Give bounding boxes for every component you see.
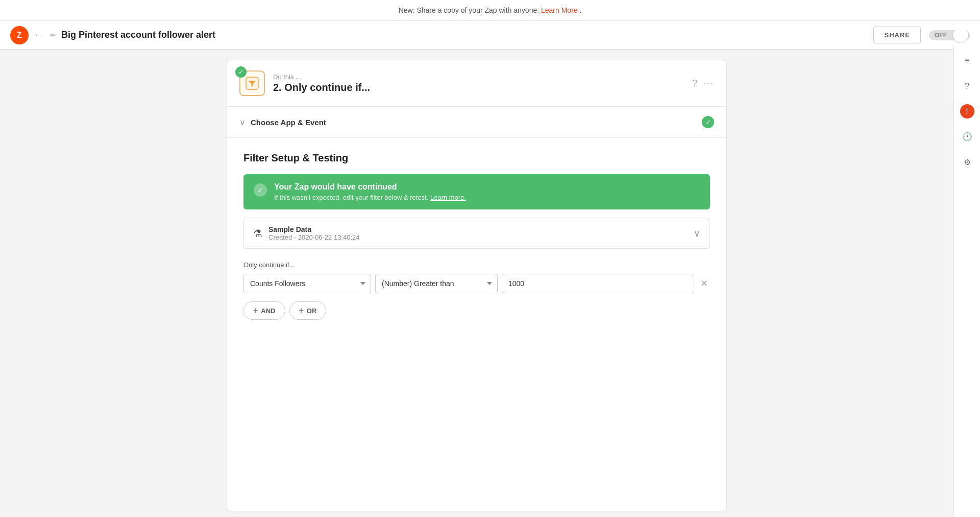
success-check-icon: ✓ — [254, 183, 267, 197]
zap-title: Big Pinterest account follower alert — [61, 30, 215, 40]
toggle-label: OFF — [935, 32, 947, 39]
flask-icon: ⚗ — [253, 227, 262, 240]
filter-icon — [245, 76, 259, 90]
share-button[interactable]: SHARE — [873, 27, 921, 43]
or-plus-icon: + — [299, 306, 304, 315]
announcement-link[interactable]: Learn More — [541, 6, 578, 14]
sidebar-menu-icon[interactable]: ≡ — [960, 53, 975, 68]
success-heading: Your Zap would have continued — [274, 182, 466, 192]
and-plus-icon: + — [253, 306, 258, 315]
toggle-switch[interactable]: OFF — [929, 30, 970, 40]
or-button[interactable]: + OR — [289, 301, 327, 320]
zap-card: ✓ Do this ... 2. Only continue if... ? — [227, 60, 727, 511]
step-check-icon: ✓ — [235, 66, 247, 78]
sidebar-gear-icon[interactable]: ⚙ — [960, 154, 975, 170]
condition-select[interactable]: (Number) Greater than — [375, 274, 498, 293]
success-banner: ✓ Your Zap would have continued If this … — [243, 174, 710, 209]
step-icon-wrap: ✓ — [239, 70, 265, 96]
sidebar-clock-icon[interactable]: 🕐 — [960, 129, 975, 144]
or-label: OR — [307, 307, 317, 315]
success-body: If this wasn't expected, edit your filte… — [274, 194, 466, 201]
filter-remove-button[interactable]: ✕ — [698, 276, 710, 291]
center-content: ✓ Do this ... 2. Only continue if... ? — [0, 50, 980, 517]
filter-row: Counts Followers (Number) Greater than ✕ — [243, 274, 710, 293]
filter-title: Filter Setup & Testing — [243, 152, 710, 164]
more-options-icon[interactable]: ··· — [703, 78, 714, 89]
step-actions: ? ··· — [692, 78, 714, 89]
choose-app-label: Choose App & Event — [251, 118, 326, 127]
and-label: AND — [261, 307, 275, 315]
header: Z ← ✏ Big Pinterest account follower ale… — [0, 21, 980, 50]
right-sidebar: ≡ ? ! 🕐 ⚙ — [953, 45, 980, 517]
success-learn-more-link[interactable]: Learn more. — [430, 194, 466, 201]
announcement-text: New: Share a copy of your Zap with anyon… — [399, 6, 539, 14]
step-info: Do this ... 2. Only continue if... — [273, 73, 684, 93]
and-button[interactable]: + AND — [243, 301, 285, 320]
zapier-logo[interactable]: Z — [10, 26, 29, 44]
filter-actions: + AND + OR — [243, 301, 710, 320]
announcement-bar: New: Share a copy of your Zap with anyon… — [0, 0, 980, 21]
edit-icon[interactable]: ✏ — [50, 31, 56, 39]
sample-data-row[interactable]: ⚗ Sample Data Created - 2020-06-22 13:40… — [243, 218, 710, 249]
choose-app-left: ∨ Choose App & Event — [239, 118, 326, 127]
main-layout: ✓ Do this ... 2. Only continue if... ? — [0, 50, 980, 517]
only-continue-label: Only continue if... — [243, 261, 710, 269]
announcement-punctuation: . — [579, 6, 581, 14]
sidebar-alert-icon[interactable]: ! — [960, 104, 974, 119]
header-right: SHARE OFF — [873, 27, 970, 43]
sample-data-date: Created - 2020-06-22 13:40:24 — [268, 233, 360, 241]
help-icon[interactable]: ? — [692, 78, 697, 89]
step-label: Do this ... — [273, 73, 684, 81]
sample-data-label: Sample Data — [268, 225, 360, 233]
toggle-thumb — [953, 29, 968, 42]
sample-data-chevron[interactable]: ∨ — [694, 228, 700, 239]
chevron-icon: ∨ — [239, 118, 246, 127]
filter-value-input[interactable] — [502, 274, 694, 293]
field-select[interactable]: Counts Followers — [243, 274, 371, 293]
header-left: Z ← ✏ Big Pinterest account follower ale… — [10, 26, 873, 44]
step-header: ✓ Do this ... 2. Only continue if... ? — [227, 60, 726, 107]
svg-text:Z: Z — [17, 31, 22, 39]
sample-data-left: ⚗ Sample Data Created - 2020-06-22 13:40… — [253, 225, 360, 241]
step-name: 2. Only continue if... — [273, 82, 684, 93]
success-text: Your Zap would have continued If this wa… — [274, 182, 466, 201]
filter-setup: Filter Setup & Testing ✓ Your Zap would … — [227, 138, 726, 336]
back-arrow[interactable]: ← — [34, 30, 43, 40]
choose-app-check: ✓ — [702, 116, 714, 128]
sidebar-question-icon[interactable]: ? — [960, 79, 975, 94]
sample-data-info: Sample Data Created - 2020-06-22 13:40:2… — [268, 225, 360, 241]
choose-app-section[interactable]: ∨ Choose App & Event ✓ — [227, 107, 726, 138]
